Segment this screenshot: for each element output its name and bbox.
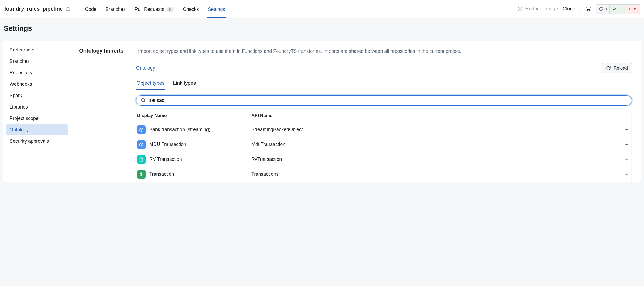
- tab-checks[interactable]: Checks: [182, 7, 199, 18]
- sidebar-item-ontology[interactable]: Ontology: [6, 124, 68, 135]
- sidebar-item-spark[interactable]: Spark: [6, 90, 68, 101]
- ontology-controls: Ontology Reload: [79, 63, 632, 73]
- search-wrap: [136, 95, 632, 106]
- tab-branches[interactable]: Branches: [105, 7, 126, 18]
- settings-sidebar: PreferencesBranchesRepositoryWebhooksSpa…: [3, 41, 71, 182]
- status-fail[interactable]: 39: [625, 5, 640, 14]
- top-tabs: Code Branches Pull Requests 0 Checks Set…: [79, 0, 518, 18]
- svg-point-5: [521, 10, 522, 11]
- repo-name: foundry_rules_pipeline: [4, 6, 63, 12]
- tab-branches-label: Branches: [105, 7, 126, 12]
- section-title: Ontology Imports: [79, 48, 127, 54]
- row-display-label: Transaction: [149, 171, 174, 177]
- reload-label: Reload: [613, 66, 628, 71]
- status-pass-count: 11: [618, 7, 622, 11]
- row-display-label: Bank transaction (streaming): [149, 127, 210, 132]
- clone-label: Clone: [563, 6, 575, 12]
- col-actions: [618, 113, 629, 118]
- document-icon: [137, 155, 146, 164]
- subtab-object-types-label: Object types: [137, 80, 165, 86]
- row-display-label: MDU Transaction: [149, 142, 186, 147]
- repo-header: foundry_rules_pipeline: [0, 0, 79, 18]
- subtab-object-types[interactable]: Object types: [136, 80, 165, 90]
- status-fail-count: 39: [633, 7, 637, 11]
- content-panel: PreferencesBranchesRepositoryWebhooksSpa…: [3, 41, 641, 182]
- ontology-select[interactable]: Ontology: [136, 65, 162, 71]
- cell-api-name: MduTransaction: [251, 142, 618, 147]
- search-input[interactable]: [149, 98, 627, 103]
- row-display-label: RV Transaction: [149, 157, 182, 162]
- table-row[interactable]: RV TransactionRvTransaction+: [136, 152, 632, 167]
- sidebar-item-security-approvals[interactable]: Security approvals: [6, 136, 68, 147]
- cell-display-name: Bank transaction (streaming): [137, 125, 251, 134]
- status-group: 0 11 39: [596, 4, 640, 14]
- section-description: Import object types and link types to us…: [138, 48, 461, 55]
- subtab-link-types[interactable]: Link types: [173, 80, 197, 90]
- cell-api-name: Transactions: [251, 171, 618, 177]
- lineage-icon: [518, 6, 523, 12]
- cell-display-name: RV Transaction: [137, 155, 251, 164]
- add-button[interactable]: +: [618, 126, 629, 133]
- page-title: Settings: [4, 24, 640, 33]
- sidebar-item-project-scope[interactable]: Project scope: [6, 113, 68, 124]
- chevron-down-icon: [158, 67, 162, 70]
- sidebar-item-preferences[interactable]: Preferences: [6, 45, 68, 55]
- status-pass[interactable]: 11: [609, 5, 625, 14]
- status-sync-count: 0: [604, 7, 607, 11]
- sidebar-item-repository[interactable]: Repository: [6, 67, 68, 78]
- chevron-down-icon: [578, 7, 581, 11]
- add-button[interactable]: +: [618, 156, 629, 163]
- table-row[interactable]: TransactionTransactions+: [136, 167, 632, 182]
- reload-icon: [606, 66, 611, 71]
- add-button[interactable]: +: [618, 171, 629, 178]
- svg-point-1: [520, 8, 520, 9]
- tab-code-label: Code: [85, 7, 96, 12]
- cell-api-name: StreamingBackedObject: [251, 127, 618, 132]
- reload-button[interactable]: Reload: [602, 63, 632, 73]
- tab-code[interactable]: Code: [84, 7, 97, 18]
- col-display-name: Display Name: [137, 113, 251, 118]
- cell-display-name: Transaction: [137, 170, 251, 179]
- status-sync[interactable]: 0: [596, 5, 609, 14]
- sidebar-item-webhooks[interactable]: Webhooks: [6, 79, 68, 90]
- svg-point-8: [141, 99, 145, 102]
- tab-checks-label: Checks: [183, 7, 199, 12]
- command-icon[interactable]: ⌘: [586, 6, 591, 12]
- explore-lineage-button[interactable]: Explore lineage: [518, 6, 558, 12]
- subtab-link-types-label: Link types: [173, 80, 196, 86]
- table-header: Display Name API Name: [136, 111, 632, 122]
- tab-pr-label: Pull Requests: [135, 7, 164, 12]
- top-bar: foundry_rules_pipeline Code Branches Pul…: [0, 0, 644, 18]
- tab-settings-label: Settings: [208, 7, 225, 12]
- tab-settings[interactable]: Settings: [207, 7, 226, 18]
- svg-marker-0: [66, 7, 70, 11]
- page-title-wrap: Settings: [0, 18, 644, 41]
- settings-main: Ontology Imports Import object types and…: [71, 41, 641, 182]
- col-api-name: API Name: [251, 113, 618, 118]
- object-types-table: Display Name API Name Bank transaction (…: [136, 111, 632, 182]
- cube-icon: [137, 140, 146, 149]
- svg-point-3: [521, 7, 522, 8]
- pr-count-badge: 0: [166, 7, 174, 12]
- top-right-actions: Explore lineage Clone ⌘ 0 11 39: [518, 0, 644, 18]
- svg-point-2: [518, 7, 519, 8]
- cube-icon: [137, 125, 146, 134]
- table-row[interactable]: MDU TransactionMduTransaction+: [136, 137, 632, 152]
- section-header: Ontology Imports Import object types and…: [79, 48, 632, 55]
- svg-point-4: [518, 10, 519, 11]
- explore-lineage-label: Explore lineage: [525, 6, 558, 12]
- import-subtabs: Object types Link types: [79, 80, 632, 90]
- clone-button[interactable]: Clone: [563, 6, 581, 12]
- cell-display-name: MDU Transaction: [137, 140, 251, 149]
- cell-api-name: RvTransaction: [251, 157, 618, 162]
- dollar-icon: [137, 170, 146, 179]
- table-row[interactable]: Bank transaction (streaming)StreamingBac…: [136, 122, 632, 137]
- tab-pull-requests[interactable]: Pull Requests 0: [134, 7, 174, 18]
- sidebar-item-branches[interactable]: Branches: [6, 56, 68, 67]
- sidebar-item-libraries[interactable]: Libraries: [6, 102, 68, 112]
- ontology-select-label: Ontology: [136, 65, 155, 71]
- search-icon: [141, 98, 146, 103]
- add-button[interactable]: +: [618, 141, 629, 148]
- svg-line-9: [144, 101, 145, 102]
- star-icon[interactable]: [65, 6, 71, 12]
